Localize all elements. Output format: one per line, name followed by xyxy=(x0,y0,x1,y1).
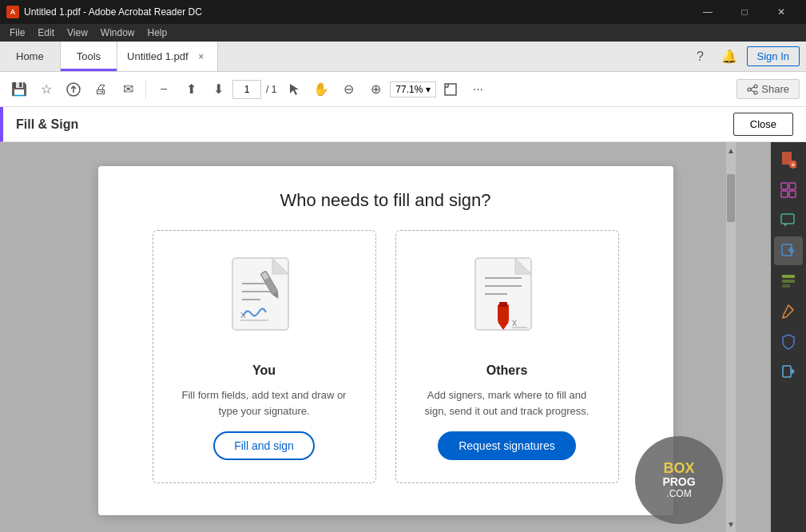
request-signatures-button[interactable]: Request signatures xyxy=(438,431,576,460)
tab-bar-right: ? 🔔 Sign In xyxy=(689,42,806,71)
title-bar: A Untitled 1.pdf - Adobe Acrobat Reader … xyxy=(0,0,806,24)
svg-point-6 xyxy=(748,88,751,91)
svg-text:x: x xyxy=(512,317,517,328)
minimize-button[interactable]: — xyxy=(689,0,726,24)
next-page-button[interactable]: ⬇ xyxy=(205,77,231,102)
watermark-box: BOX xyxy=(662,461,695,475)
svg-line-42 xyxy=(791,308,792,309)
svg-rect-41 xyxy=(782,284,790,288)
watermark-prog: PROG xyxy=(662,475,695,489)
menu-edit[interactable]: Edit xyxy=(31,24,61,42)
tab-bar: Home Tools Untitled 1.pdf × ? 🔔 Sign In xyxy=(0,42,806,72)
fit-page-button[interactable] xyxy=(438,77,463,102)
tab-close-button[interactable]: × xyxy=(195,50,208,63)
watermark: BOX PROG .COM xyxy=(635,436,723,524)
window-controls: — □ ✕ xyxy=(689,0,800,24)
svg-rect-25 xyxy=(499,302,507,307)
sidebar-edit[interactable] xyxy=(774,267,803,296)
zoom-out-button[interactable]: − xyxy=(151,77,177,102)
email-button[interactable]: ✉ xyxy=(115,77,141,102)
zoom-value: 77.1% xyxy=(395,84,423,95)
tab-document[interactable]: Untitled 1.pdf × xyxy=(117,42,218,71)
svg-line-7 xyxy=(751,87,754,89)
sidebar-protect[interactable] xyxy=(774,328,803,356)
close-window-button[interactable]: ✕ xyxy=(763,0,800,24)
svg-rect-1 xyxy=(445,84,456,95)
scroll-down-button[interactable]: ▼ xyxy=(725,516,737,532)
you-card-desc: Fill form fields, add text and draw or t… xyxy=(173,387,356,419)
svg-text:x: x xyxy=(240,308,246,320)
app-icon: A xyxy=(6,6,19,18)
others-card: x Others Add signers, mark where to fill… xyxy=(395,230,619,483)
print-button[interactable]: 🖨 xyxy=(88,77,113,102)
sidebar-export-pdf[interactable]: + xyxy=(774,145,803,174)
menu-file[interactable]: File xyxy=(3,24,31,42)
divider-1 xyxy=(145,80,146,99)
bookmark-button[interactable]: ☆ xyxy=(34,77,59,102)
svg-rect-32 xyxy=(781,183,788,189)
maximize-button[interactable]: □ xyxy=(726,0,763,24)
you-card-label: You xyxy=(252,363,276,378)
you-card-icon: x xyxy=(216,250,312,354)
others-card-icon: x xyxy=(459,250,555,354)
save-button[interactable]: 💾 xyxy=(6,77,32,102)
zoom-out-btn2[interactable]: ⊖ xyxy=(336,77,361,102)
others-card-desc: Add signers, mark where to fill and sign… xyxy=(415,387,599,419)
svg-text:+: + xyxy=(792,161,796,169)
content-area: ▲ ▼ Who needs to fill and sign? xyxy=(0,142,771,532)
more-button[interactable]: ··· xyxy=(465,77,490,102)
watermark-com: .COM xyxy=(662,488,695,499)
prev-page-button[interactable]: ⬆ xyxy=(178,77,204,102)
svg-point-4 xyxy=(754,85,757,88)
page-number-input[interactable] xyxy=(232,80,261,99)
svg-rect-39 xyxy=(782,275,795,278)
sign-in-button[interactable]: Sign In xyxy=(747,46,800,66)
help-icon[interactable]: ? xyxy=(689,46,712,68)
dialog-title: Who needs to fill and sign? xyxy=(130,190,641,211)
scroll-up-button[interactable]: ▲ xyxy=(725,142,737,158)
window-title: Untitled 1.pdf - Adobe Acrobat Reader DC xyxy=(24,6,202,18)
fill-sign-bar: Fill & Sign Close xyxy=(0,107,806,142)
right-sidebar: + xyxy=(771,142,806,532)
svg-line-8 xyxy=(751,90,754,92)
select-tool[interactable] xyxy=(281,77,307,102)
svg-rect-33 xyxy=(789,183,796,189)
menu-help[interactable]: Help xyxy=(141,24,174,42)
scroll-thumb[interactable] xyxy=(727,174,735,222)
zoom-dropdown-icon: ▾ xyxy=(426,84,431,95)
svg-rect-24 xyxy=(498,304,509,322)
share-button[interactable]: Share xyxy=(737,79,800,99)
toolbar: 💾 ☆ 🖨 ✉ − ⬆ ⬇ / 1 ✋ ⊖ ⊕ 77.1% ▾ ··· Shar… xyxy=(0,72,806,107)
sidebar-fillsign[interactable] xyxy=(774,236,803,265)
fill-sign-title: Fill & Sign xyxy=(16,117,78,132)
menu-view[interactable]: View xyxy=(61,24,94,42)
fill-and-sign-button[interactable]: Fill and sign xyxy=(213,431,315,460)
tab-tools[interactable]: Tools xyxy=(61,42,117,71)
fill-sign-close-button[interactable]: Close xyxy=(733,113,793,136)
sidebar-organize[interactable] xyxy=(774,176,803,204)
svg-rect-34 xyxy=(781,191,788,197)
page-separator: / 1 xyxy=(263,84,280,95)
zoom-selector[interactable]: 77.1% ▾ xyxy=(390,81,436,97)
sidebar-pen[interactable] xyxy=(774,297,803,326)
cards-row: x You xyxy=(130,230,641,483)
menu-bar: File Edit View Window Help xyxy=(0,24,806,42)
sidebar-share[interactable] xyxy=(774,358,803,387)
notification-icon[interactable]: 🔔 xyxy=(718,46,740,68)
tab-home[interactable]: Home xyxy=(0,42,61,71)
svg-rect-40 xyxy=(782,280,795,283)
svg-rect-36 xyxy=(781,214,794,224)
scrollbar[interactable]: ▲ ▼ xyxy=(726,142,736,532)
sidebar-comment[interactable] xyxy=(774,206,803,235)
menu-window[interactable]: Window xyxy=(94,24,141,42)
main-area: ▲ ▼ Who needs to fill and sign? xyxy=(0,142,806,532)
svg-rect-35 xyxy=(789,191,796,197)
svg-point-5 xyxy=(754,91,757,94)
svg-rect-43 xyxy=(783,366,791,377)
others-card-label: Others xyxy=(486,363,528,378)
you-card: x You xyxy=(153,230,376,483)
zoom-in-btn[interactable]: ⊕ xyxy=(363,77,388,102)
upload-button[interactable] xyxy=(61,77,86,102)
hand-tool[interactable]: ✋ xyxy=(308,77,334,102)
fill-sign-dialog: Who needs to fill and sign? xyxy=(98,166,673,515)
